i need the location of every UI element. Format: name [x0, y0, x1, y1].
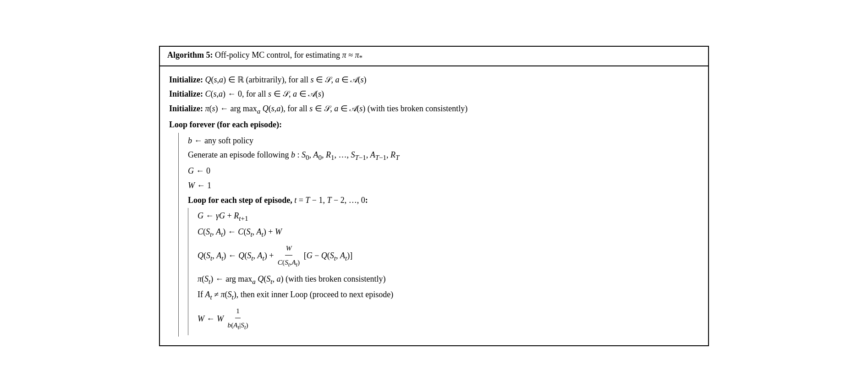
- algorithm-body: Initialize: Q(s,a) ∈ ℝ (arbitrarily), fo…: [160, 66, 708, 345]
- init-line-3: Initialize: π(s) ← arg maxa Q(s,a), for …: [169, 102, 699, 117]
- step-G-update: G ← γG + Rt+1: [198, 209, 699, 224]
- step-b: b ← any soft policy: [188, 134, 699, 147]
- algorithm-title-desc: Off-policy MC control, for estimating π …: [215, 50, 363, 60]
- outer-block-content: b ← any soft policy Generate an episode …: [188, 133, 699, 337]
- init-line-2: Initialize: C(s,a) ← 0, for all s ∈ 𝒮, a…: [169, 87, 699, 101]
- step-pi-update: π(St) ← arg maxa Q(St, a) (with ties bro…: [198, 272, 699, 287]
- algorithm-box: Algorithm 5: Off-policy MC control, for …: [159, 46, 709, 346]
- init-line-1: Initialize: Q(s,a) ∈ ℝ (arbitrarily), fo…: [169, 73, 699, 87]
- q-update-fraction: W C(St,At): [277, 241, 301, 271]
- step-W-update: W ← W 1 b(At|St): [198, 304, 699, 334]
- step-if-exit: If At ≠ π(St), then exit inner Loop (pro…: [198, 288, 699, 303]
- outer-block: b ← any soft policy Generate an episode …: [169, 133, 699, 337]
- inner-block: G ← γG + Rt+1 C(St, At) ← C(St, At) + W …: [188, 208, 699, 335]
- step-generate: Generate an episode following b : S0, A0…: [188, 148, 699, 163]
- step-Q-update: Q(St, At) ← Q(St, At) + W C(St,At) [G − …: [198, 241, 699, 271]
- step-G-init: G ← 0: [188, 164, 699, 178]
- inner-block-bar: [188, 208, 188, 335]
- step-C-update: C(St, At) ← C(St, At) + W: [198, 225, 699, 240]
- step-W-init: W ← 1: [188, 179, 699, 192]
- algorithm-header: Algorithm 5: Off-policy MC control, for …: [160, 47, 708, 66]
- outer-block-bar: [178, 133, 179, 337]
- loop-inner-header: Loop for each step of episode, t = T − 1…: [188, 194, 699, 207]
- loop-forever-header: Loop forever (for each episode):: [169, 118, 699, 131]
- inner-block-content: G ← γG + Rt+1 C(St, At) ← C(St, At) + W …: [198, 208, 699, 335]
- w-update-fraction: 1 b(At|St): [227, 304, 249, 334]
- algorithm-title: Algorithm 5:: [167, 50, 213, 60]
